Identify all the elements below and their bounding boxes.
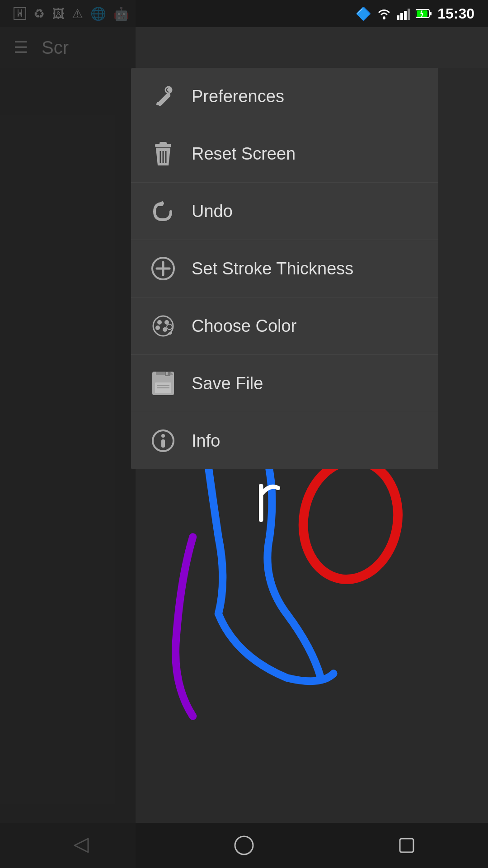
svg-point-27 xyxy=(155,326,160,330)
menu-item-save-file[interactable]: Save File xyxy=(131,355,438,412)
svg-rect-16 xyxy=(160,142,167,146)
svg-marker-20 xyxy=(155,201,163,206)
bluetooth-icon: 🔷 xyxy=(356,6,371,21)
wrench-icon xyxy=(147,80,179,112)
svg-point-0 xyxy=(383,17,385,19)
signal-icon xyxy=(397,7,410,20)
battery-icon xyxy=(416,9,432,19)
nav-home-button[interactable] xyxy=(217,827,271,863)
trash-icon xyxy=(147,138,179,170)
menu-item-set-stroke-thickness[interactable]: Set Stroke Thickness xyxy=(131,240,438,297)
menu-item-undo-label: Undo xyxy=(192,202,233,221)
svg-point-40 xyxy=(235,836,253,854)
svg-rect-6 xyxy=(429,12,432,15)
svg-rect-38 xyxy=(161,439,165,448)
svg-rect-2 xyxy=(400,13,403,20)
menu-item-set-stroke-thickness-label: Set Stroke Thickness xyxy=(192,259,353,278)
menu-item-reset-screen-label: Reset Screen xyxy=(192,144,296,164)
status-icons-right: 🔷 xyxy=(356,5,474,22)
circle-plus-icon xyxy=(147,253,179,284)
svg-rect-35 xyxy=(166,372,168,375)
nav-recents-button[interactable] xyxy=(380,827,434,863)
svg-point-25 xyxy=(157,320,162,325)
menu-item-save-file-label: Save File xyxy=(192,374,263,393)
menu-item-info[interactable]: Info xyxy=(131,412,438,469)
menu-item-choose-color-label: Choose Color xyxy=(192,316,296,336)
menu-item-preferences-label: Preferences xyxy=(192,87,284,106)
svg-rect-4 xyxy=(408,9,410,20)
svg-rect-3 xyxy=(404,11,407,20)
status-time: 15:30 xyxy=(437,5,474,22)
svg-rect-41 xyxy=(400,839,413,852)
menu-item-preferences[interactable]: Preferences xyxy=(131,68,438,125)
undo-icon xyxy=(147,195,179,227)
floppy-icon xyxy=(147,368,179,399)
svg-rect-1 xyxy=(397,15,399,20)
menu-item-info-label: Info xyxy=(192,431,220,451)
svg-point-37 xyxy=(161,434,165,438)
svg-point-29 xyxy=(167,324,172,330)
menu-item-undo[interactable]: Undo xyxy=(131,183,438,240)
menu-item-reset-screen[interactable]: Reset Screen xyxy=(131,125,438,183)
menu-item-choose-color[interactable]: Choose Color xyxy=(131,297,438,355)
wifi-icon xyxy=(377,7,391,20)
svg-point-12 xyxy=(294,453,407,587)
info-icon xyxy=(147,425,179,457)
dropdown-menu: Preferences Reset Screen xyxy=(131,68,438,469)
menu-backdrop xyxy=(0,0,136,868)
svg-rect-13 xyxy=(157,92,172,107)
palette-icon xyxy=(147,310,179,342)
